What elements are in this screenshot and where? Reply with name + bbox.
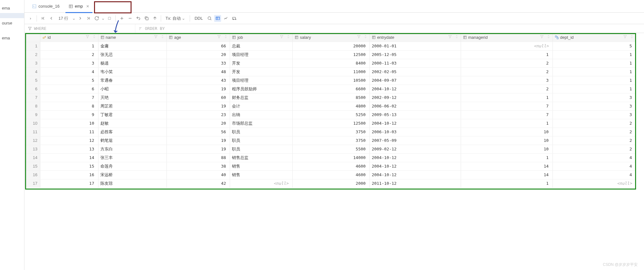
table-row[interactable]: 11金庸66总裁200002000-01-01<null>5 <box>24 42 636 50</box>
cell-managerid[interactable]: 14 <box>461 162 552 170</box>
cell-entrydate[interactable]: 2000-01-01 <box>369 42 461 50</box>
cell-managerid[interactable]: 1 <box>461 50 552 59</box>
cell-salary[interactable]: 4600 <box>292 170 369 179</box>
cell-entrydate[interactable]: 2000-11-03 <box>369 59 461 67</box>
cell-managerid[interactable]: 10 <box>461 136 552 145</box>
cell-dept_id[interactable]: 4 <box>552 170 636 179</box>
column-header-salary[interactable]: salary <box>292 33 369 42</box>
table-row[interactable]: 1616宋远桥40销售46002004-10-12144 <box>24 170 636 179</box>
filter-icon[interactable] <box>540 35 544 40</box>
cell-job[interactable]: 总裁 <box>230 42 293 50</box>
cell-id[interactable]: 6 <box>40 85 98 93</box>
cell-id[interactable]: 9 <box>40 110 98 119</box>
cell-salary[interactable]: 8500 <box>292 93 369 102</box>
cell-entrydate[interactable]: 2004-10-12 <box>369 170 461 179</box>
cell-managerid[interactable]: 7 <box>461 110 552 119</box>
table-row[interactable]: 1515命莲舟38销售46002004-10-12144 <box>24 162 636 170</box>
tx-mode-selector[interactable]: Tx: 自动 ⌄ <box>164 16 187 21</box>
cell-entrydate[interactable]: 2002-09-12 <box>369 93 461 102</box>
cell-age[interactable]: 66 <box>167 42 230 50</box>
cell-job[interactable]: 市场部总监 <box>230 119 293 128</box>
cell-dept_id[interactable]: <null> <box>552 179 636 188</box>
table-row[interactable]: 99丁敏君23出纳52502009-05-1373 <box>24 110 636 119</box>
cell-salary[interactable]: 2000 <box>292 179 369 188</box>
sort-icon[interactable] <box>363 35 368 40</box>
cell-dept_id[interactable]: 1 <box>552 76 636 85</box>
cell-age[interactable]: 88 <box>167 153 230 162</box>
cell-dept_id[interactable]: 3 <box>552 93 636 102</box>
cell-managerid[interactable]: 1 <box>461 153 552 162</box>
cell-age[interactable]: 48 <box>167 67 230 76</box>
chevron-down-icon[interactable]: ⌄ <box>72 16 75 21</box>
cell-name[interactable]: 韦小笑 <box>98 67 167 76</box>
ddl-button[interactable]: DDL <box>193 16 205 21</box>
sort-icon[interactable] <box>630 35 634 40</box>
sidebar-item[interactable]: ema <box>0 3 24 13</box>
cell-age[interactable]: 42 <box>167 179 230 188</box>
cell-managerid[interactable]: 1 <box>461 179 552 188</box>
cell-salary[interactable]: 11000 <box>292 67 369 76</box>
cell-id[interactable]: 13 <box>40 145 98 153</box>
cell-managerid[interactable]: 2 <box>461 59 552 67</box>
cell-age[interactable]: 38 <box>167 162 230 170</box>
table-row[interactable]: 22张无忌20项目经理125002005-12-0511 <box>24 50 636 59</box>
cell-job[interactable]: 开发 <box>230 59 293 67</box>
tab-emp[interactable]: emp ✕ <box>64 0 94 13</box>
filter-icon[interactable] <box>623 35 627 40</box>
cell-age[interactable]: 19 <box>167 102 230 110</box>
export-button[interactable] <box>231 15 238 22</box>
cell-name[interactable]: 丁敏君 <box>98 110 167 119</box>
cell-job[interactable]: <null> <box>230 179 293 188</box>
cell-entrydate[interactable]: 2006-10-03 <box>369 128 461 136</box>
cell-id[interactable]: 7 <box>40 93 98 102</box>
table-view-button[interactable] <box>214 15 221 22</box>
cell-salary[interactable]: 5500 <box>292 145 369 153</box>
filter-icon[interactable] <box>448 35 452 40</box>
column-header-id[interactable]: id <box>40 33 98 42</box>
cell-entrydate[interactable]: 2005-12-05 <box>369 50 461 59</box>
table-row[interactable]: 1717陈友琼42<null>20002011-10-121<null> <box>24 179 636 188</box>
table-row[interactable]: 77灭绝60财务总监85002002-09-1213 <box>24 93 636 102</box>
revert-button[interactable] <box>135 15 142 22</box>
table-row[interactable]: 1414张三丰88销售总监140002004-10-1214 <box>24 153 636 162</box>
cell-age[interactable]: 40 <box>167 170 230 179</box>
sidebar-item[interactable] <box>0 13 24 18</box>
cell-name[interactable]: 灭绝 <box>98 93 167 102</box>
cell-managerid[interactable]: <null> <box>461 42 552 50</box>
cell-id[interactable]: 12 <box>40 136 98 145</box>
cell-entrydate[interactable]: 2004-10-12 <box>369 162 461 170</box>
cell-dept_id[interactable]: 2 <box>552 119 636 128</box>
cell-managerid[interactable]: 10 <box>461 128 552 136</box>
cell-dept_id[interactable]: 3 <box>552 110 636 119</box>
filter-icon[interactable] <box>217 35 221 40</box>
cell-age[interactable]: 56 <box>167 128 230 136</box>
cell-name[interactable]: 张三丰 <box>98 153 167 162</box>
remove-row-button[interactable] <box>126 15 133 22</box>
cell-name[interactable]: 陈友琼 <box>98 179 167 188</box>
sort-icon[interactable] <box>160 35 165 40</box>
submit-button[interactable] <box>151 15 158 22</box>
sort-icon[interactable] <box>286 35 290 40</box>
cell-id[interactable]: 16 <box>40 170 98 179</box>
cell-managerid[interactable]: 10 <box>461 145 552 153</box>
where-filter[interactable]: WHERE <box>24 24 135 33</box>
cell-dept_id[interactable]: 1 <box>552 50 636 59</box>
cell-job[interactable]: 会计 <box>230 102 293 110</box>
filter-icon[interactable] <box>85 35 90 40</box>
cell-name[interactable]: 小昭 <box>98 85 167 93</box>
cell-id[interactable]: 4 <box>40 67 98 76</box>
cell-salary[interactable]: 4600 <box>292 162 369 170</box>
cell-job[interactable]: 职员 <box>230 128 293 136</box>
last-page-button[interactable] <box>85 15 92 22</box>
cell-id[interactable]: 11 <box>40 128 98 136</box>
cell-entrydate[interactable]: 2011-10-12 <box>369 179 461 188</box>
filter-icon[interactable] <box>154 35 158 40</box>
cell-id[interactable]: 1 <box>40 42 98 50</box>
cell-managerid[interactable]: 3 <box>461 76 552 85</box>
close-icon[interactable]: ✕ <box>86 4 89 9</box>
table-row[interactable]: 88周芷若19会计48002006-06-0273 <box>24 102 636 110</box>
first-page-button[interactable] <box>39 15 46 22</box>
sort-icon[interactable] <box>224 35 228 40</box>
cell-age[interactable]: 23 <box>167 110 230 119</box>
cell-salary[interactable]: 8400 <box>292 59 369 67</box>
